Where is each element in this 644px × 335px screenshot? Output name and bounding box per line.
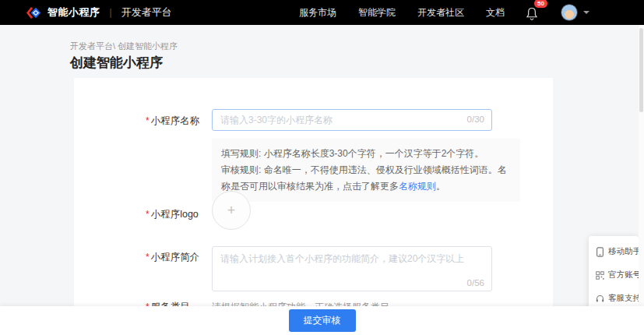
smart-program-logo-icon xyxy=(26,6,41,19)
top-navbar: 智能小程序 | 开发者平台 服务市场 智能学院 开发者社区 文档 50 xyxy=(0,0,644,25)
brand-divider: | xyxy=(110,7,112,18)
required-mark: * xyxy=(146,252,150,263)
headset-icon xyxy=(596,294,604,303)
required-mark: * xyxy=(146,115,150,126)
logo-field-label: *小程序logo xyxy=(146,208,199,221)
brand[interactable]: 智能小程序 | 开发者平台 xyxy=(26,5,172,19)
qrcode-icon xyxy=(596,271,604,280)
nav-item-docs[interactable]: 文档 xyxy=(486,6,505,19)
brand-platform-label[interactable]: 开发者平台 xyxy=(121,5,172,19)
miniprogram-name-input[interactable] xyxy=(212,109,492,131)
required-mark: * xyxy=(146,209,150,220)
page-title: 创建智能小程序 xyxy=(70,54,163,72)
intro-field-label: *小程序简介 xyxy=(146,251,199,264)
panel-item-mobile-assistant[interactable]: 移动助手 xyxy=(589,240,639,263)
nav-item-smart-academy[interactable]: 智能学院 xyxy=(358,6,396,19)
nav-item-service-market[interactable]: 服务市场 xyxy=(299,6,336,19)
name-rules-link[interactable]: 名称规则 xyxy=(399,181,436,192)
navbar-right: 服务市场 智能学院 开发者社区 文档 50 xyxy=(277,4,589,21)
mobile-icon xyxy=(596,247,604,257)
name-field-label: *小程序名称 xyxy=(146,115,199,128)
submit-bar: 提交审核 xyxy=(0,306,644,335)
intro-area-wrap: 0/56 xyxy=(212,246,492,291)
page: 智能小程序 | 开发者平台 服务市场 智能学院 开发者社区 文档 50 开发者平… xyxy=(0,0,644,335)
logo-upload-button[interactable]: + xyxy=(212,191,251,230)
name-rules-helper: 填写规则: 小程序名称长度3-30个字符，一个汉字等于2个字符。 审核规则: 命… xyxy=(212,139,520,202)
review-rule-line: 审核规则: 命名唯一，不得使用违法、侵权及行业领域概括性词语。名称是否可用以审核… xyxy=(221,162,511,195)
scrollbar-thumb[interactable] xyxy=(639,28,643,112)
nav-item-developer-community[interactable]: 开发者社区 xyxy=(417,6,464,19)
submit-review-button[interactable]: 提交审核 xyxy=(289,309,356,332)
panel-item-official-account[interactable]: 官方账号 xyxy=(589,263,639,287)
create-miniprogram-form-card: *小程序名称 0/30 填写规则: 小程序名称长度3-30个字符，一个汉字等于2… xyxy=(74,78,553,335)
intro-char-counter: 0/56 xyxy=(467,278,484,287)
user-avatar[interactable] xyxy=(561,4,578,21)
name-char-counter: 0/30 xyxy=(467,115,484,124)
avatar-dropdown-caret-icon[interactable] xyxy=(583,11,589,14)
name-input-wrap: 0/30 xyxy=(212,109,492,131)
miniprogram-intro-textarea[interactable] xyxy=(212,246,492,291)
scrollbar-track[interactable] xyxy=(639,25,644,335)
notification-badge: 50 xyxy=(534,0,547,8)
brand-name: 智能小程序 xyxy=(48,5,100,19)
fill-rule-line: 填写规则: 小程序名称长度3-30个字符，一个汉字等于2个字符。 xyxy=(221,146,511,162)
breadcrumb[interactable]: 开发者平台\ 创建智能小程序 xyxy=(70,41,178,52)
notification-bell-icon[interactable]: 50 xyxy=(525,4,542,21)
plus-icon: + xyxy=(227,203,236,217)
